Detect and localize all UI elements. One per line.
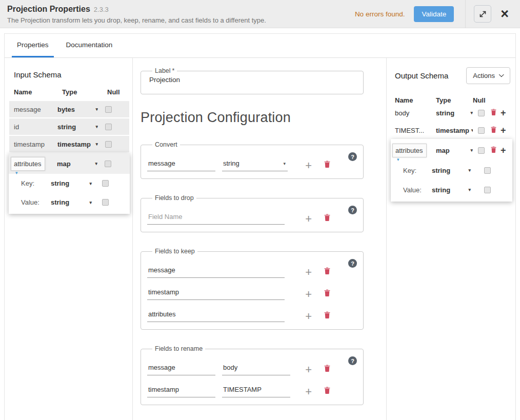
field-type-dropdown[interactable]: map ▾ [57,160,97,168]
field-type-dropdown[interactable]: string ▾ [51,179,92,187]
page-title: Projection Configuration [141,110,376,126]
field-name[interactable]: attributes [11,157,45,171]
attributes-expanded-popup: attributes ▾ map ▾ + Key: [391,139,512,202]
nullable-checkbox[interactable] [102,199,109,206]
nullable-checkbox[interactable] [102,180,109,187]
fields-to-drop-fieldset: Fields to drop ? + [141,194,364,232]
fields-to-keep-legend: Fields to keep [152,248,197,255]
close-button[interactable]: × [499,7,510,21]
convert-row: string ▾ + [147,157,330,171]
nullable-checkbox[interactable] [478,147,485,154]
keep-field-input[interactable] [147,264,285,278]
keep-field-input[interactable] [147,308,285,322]
input-schema-row: message bytes ▾ [9,101,129,117]
drop-row: + [147,211,330,225]
trash-icon [324,161,330,168]
delete-field-button[interactable] [491,109,496,117]
expand-icon [479,10,487,18]
nullable-checkbox[interactable] [478,127,485,134]
nullable-checkbox[interactable] [105,161,111,167]
rename-from-input[interactable] [147,384,215,397]
nullable-checkbox[interactable] [484,187,491,193]
input-schema-row-expanded: attributes ▾ map ▾ [9,153,130,174]
plugin-version: 2.3.3 [94,6,109,13]
delete-field-button[interactable] [491,126,496,134]
tab-properties[interactable]: Properties [12,34,54,57]
column-header-type: Type [436,96,473,104]
expand-button[interactable] [474,5,491,23]
selected-type: string [223,159,239,167]
rename-row: + [147,362,330,375]
field-name[interactable]: TIMEST... [395,127,436,134]
collapse-caret-icon[interactable]: ▾ [15,170,18,175]
help-icon[interactable]: ? [348,259,357,268]
rename-to-input[interactable] [222,362,290,375]
field-type-value: timestamp [57,141,91,148]
field-type-value: string [436,109,454,117]
map-value-row: Value: string ▾ [9,193,130,212]
field-type-dropdown[interactable]: string ▾ [432,186,471,194]
add-field-button[interactable]: + [501,109,506,116]
field-type-value: bytes [57,106,75,113]
chevron-down-icon: ▾ [471,128,473,133]
convert-field-input[interactable] [147,157,215,171]
chevron-down-icon: ▾ [95,107,98,112]
chevron-down-icon: ▾ [283,161,286,166]
field-type-dropdown[interactable]: bytes ▾ [57,106,98,113]
nullable-checkbox[interactable] [484,167,491,174]
add-field-button[interactable]: + [501,147,506,154]
add-row-button[interactable]: + [305,388,312,397]
trash-icon [491,109,496,115]
rename-to-input[interactable] [222,384,290,397]
field-type-dropdown[interactable]: map ▾ [436,147,473,154]
field-type-dropdown[interactable]: string ▾ [57,123,98,131]
delete-row-button[interactable] [324,289,330,300]
add-row-button[interactable]: + [305,215,312,225]
help-icon[interactable]: ? [348,152,357,161]
add-row-button[interactable]: + [305,366,312,375]
field-name[interactable]: body [395,109,436,117]
delete-row-button[interactable] [324,387,330,397]
attributes-expanded-popup: attributes ▾ map ▾ Key: string ▾ [9,153,130,214]
help-icon[interactable]: ? [348,356,357,365]
tab-documentation[interactable]: Documentation [61,34,118,57]
nullable-checkbox[interactable] [105,106,112,113]
add-row-button[interactable]: + [305,313,312,322]
map-key-row: Key: string ▾ [395,161,512,180]
collapse-caret-icon[interactable]: ▾ [397,157,399,162]
delete-field-button[interactable] [491,146,496,154]
field-type-dropdown[interactable]: timestamp ▾ [57,141,98,148]
help-icon[interactable]: ? [348,206,357,214]
keep-field-input[interactable] [147,286,285,300]
add-row-button[interactable]: + [305,269,312,278]
field-type-dropdown[interactable]: string ▾ [51,198,92,206]
nullable-checkbox[interactable] [478,110,485,116]
actions-button-label: Actions [473,72,495,79]
delete-row-button[interactable] [324,365,330,375]
nullable-checkbox[interactable] [105,141,112,148]
add-field-button[interactable]: + [501,127,506,134]
field-type-dropdown[interactable]: string ▾ [436,109,473,117]
field-type-dropdown[interactable]: string ▾ [432,167,471,174]
delete-row-button[interactable] [324,267,330,278]
delete-row-button[interactable] [324,214,330,225]
delete-row-button[interactable] [324,161,330,171]
drop-field-input[interactable] [147,211,285,225]
nullable-checkbox[interactable] [105,124,112,130]
label-input[interactable] [147,75,352,87]
fields-to-keep-fieldset: Fields to keep ? + + [141,248,364,330]
convert-type-select[interactable]: string ▾ [222,157,288,171]
field-name[interactable]: attributes [392,144,427,157]
field-type-value: string [432,186,450,194]
trash-icon [491,126,496,133]
actions-button[interactable]: Actions [466,67,510,84]
field-name: timestamp [14,141,57,148]
convert-fieldset: Convert ? string ▾ + [141,141,364,179]
delete-row-button[interactable] [324,311,330,322]
validate-button[interactable]: Validate [414,6,454,22]
rename-from-input[interactable] [147,362,215,375]
add-row-button[interactable]: + [305,162,312,171]
output-schema-panel: Output Schema Actions Name Type Null bod… [386,58,515,420]
add-row-button[interactable]: + [305,291,312,300]
field-type-dropdown[interactable]: timestamp ▾ [436,127,473,134]
